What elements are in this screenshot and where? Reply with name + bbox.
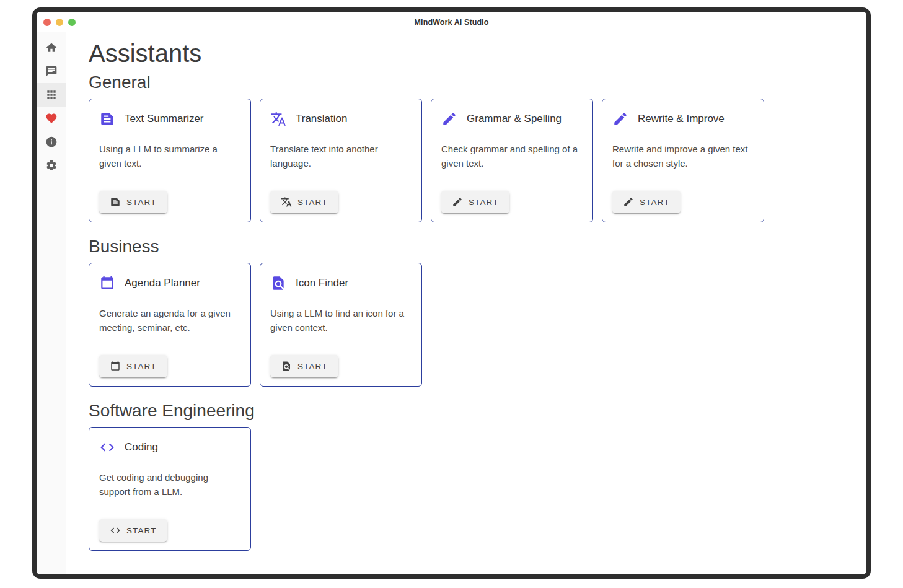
card-title: Coding [125, 441, 158, 454]
card-title: Translation [296, 113, 347, 125]
section-business: BusinessAgenda PlannerGenerate an agenda… [89, 237, 854, 387]
edit-icon [441, 111, 457, 127]
section-software-engineering: Software EngineeringCodingGet coding and… [89, 401, 854, 551]
sidebar-item-settings[interactable] [37, 154, 66, 177]
card-title: Rewrite & Improve [638, 113, 725, 125]
app-body: Assistants GeneralText SummarizerUsing a… [37, 32, 866, 574]
code-icon [110, 525, 121, 536]
sidebar-item-favorites[interactable] [37, 107, 66, 130]
find-in-page-icon [281, 361, 292, 372]
card-header: Rewrite & Improve [612, 111, 754, 127]
card-header: Coding [99, 439, 240, 455]
card-grammar-spelling: Grammar & SpellingCheck grammar and spel… [431, 99, 593, 222]
minimize-button[interactable] [56, 19, 63, 26]
start-button-coding[interactable]: START [99, 519, 167, 542]
card-description: Translate text into another language. [270, 143, 412, 170]
find-in-page-icon [270, 275, 286, 291]
sidebar-item-home[interactable] [37, 36, 66, 59]
start-button-grammar-spelling[interactable]: START [441, 191, 509, 213]
start-button-label: START [469, 198, 499, 207]
start-button-label: START [297, 362, 328, 371]
start-button-text-summarizer[interactable]: START [99, 191, 167, 213]
start-button-label: START [126, 198, 157, 207]
code-icon [99, 439, 115, 455]
text-snippet-icon [110, 196, 121, 208]
window-title: MindWork AI Studio [415, 18, 489, 27]
close-button[interactable] [43, 19, 51, 26]
card-agenda-planner: Agenda PlannerGenerate an agenda for a g… [89, 263, 251, 387]
zoom-button[interactable] [68, 19, 76, 26]
card-title: Agenda Planner [125, 277, 200, 289]
gear-icon [45, 159, 58, 172]
card-header: Grammar & Spelling [441, 111, 583, 127]
edit-icon [452, 196, 463, 208]
section-title: Software Engineering [89, 401, 854, 421]
translate-icon [281, 196, 292, 208]
chat-icon [45, 65, 58, 77]
card-description: Using a LLM to summarize a given text. [99, 143, 240, 170]
start-button-rewrite-improve[interactable]: START [612, 191, 681, 213]
card-description: Generate an agenda for a given meeting, … [99, 307, 240, 335]
sidebar-item-chats[interactable] [37, 59, 66, 83]
sidebar-item-about[interactable] [37, 130, 66, 154]
sidebar [37, 32, 66, 574]
edit-icon [612, 111, 628, 127]
sidebar-item-assistants[interactable] [37, 83, 66, 107]
start-button-translation[interactable]: START [270, 191, 338, 213]
start-button-label: START [640, 198, 670, 207]
card-row: Agenda PlannerGenerate an agenda for a g… [89, 263, 854, 387]
page-title: Assistants [89, 40, 854, 68]
home-icon [45, 42, 58, 54]
card-header: Icon Finder [270, 275, 412, 291]
heart-icon [45, 112, 58, 125]
card-text-summarizer: Text SummarizerUsing a LLM to summarize … [89, 99, 251, 222]
start-button-agenda-planner[interactable]: START [99, 355, 167, 377]
card-coding: CodingGet coding and debugging support f… [89, 427, 251, 551]
card-description: Get coding and debugging support from a … [99, 471, 240, 499]
apps-grid-icon [45, 89, 58, 101]
section-title: General [89, 72, 854, 92]
card-translation: TranslationTranslate text into another l… [260, 99, 422, 222]
main-content: Assistants GeneralText SummarizerUsing a… [66, 32, 866, 574]
card-header: Agenda Planner [99, 275, 240, 291]
start-button-label: START [126, 526, 157, 535]
card-description: Rewrite and improve a given text for a c… [612, 143, 754, 170]
calendar-icon [110, 361, 121, 372]
card-rewrite-improve: Rewrite & ImproveRewrite and improve a g… [602, 99, 764, 222]
traffic-lights [43, 12, 76, 32]
titlebar: MindWork AI Studio [37, 12, 866, 32]
app-window: MindWork AI Studio Assistants GeneralTex… [32, 7, 871, 579]
card-description: Using a LLM to find an icon for a given … [270, 307, 412, 335]
assistant-sections: GeneralText SummarizerUsing a LLM to sum… [89, 72, 854, 551]
card-title: Icon Finder [296, 277, 348, 289]
section-title: Business [89, 237, 854, 257]
card-row: Text SummarizerUsing a LLM to summarize … [89, 99, 854, 222]
translate-icon [270, 111, 286, 127]
card-description: Check grammar and spelling of a given te… [441, 143, 583, 170]
start-button-label: START [297, 198, 328, 207]
section-general: GeneralText SummarizerUsing a LLM to sum… [89, 72, 854, 222]
card-header: Translation [270, 111, 412, 127]
card-icon-finder: Icon FinderUsing a LLM to find an icon f… [260, 263, 422, 387]
card-title: Grammar & Spelling [467, 113, 562, 125]
info-icon [45, 136, 58, 148]
start-button-label: START [126, 362, 157, 371]
text-snippet-icon [99, 111, 115, 127]
card-title: Text Summarizer [125, 113, 204, 125]
card-header: Text Summarizer [99, 111, 240, 127]
start-button-icon-finder[interactable]: START [270, 355, 338, 377]
card-row: CodingGet coding and debugging support f… [89, 427, 854, 551]
edit-icon [623, 196, 634, 208]
calendar-icon [99, 275, 115, 291]
